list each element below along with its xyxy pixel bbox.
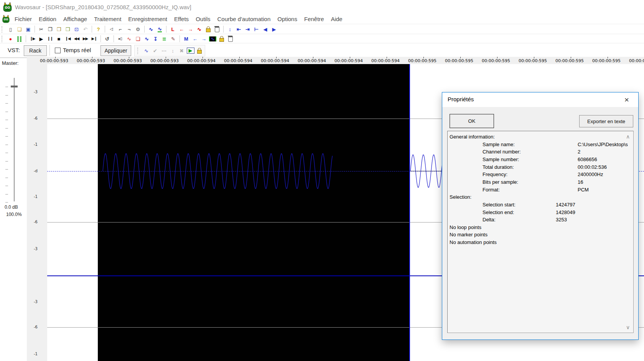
master-tick <box>5 161 8 162</box>
timeline-ruler[interactable]: 00:00:00:59300:00:00:59300:00:00:59300:0… <box>27 57 644 64</box>
document-app-icon[interactable] <box>2 15 10 23</box>
selection-edge-cursor[interactable] <box>409 64 410 361</box>
menu-effets[interactable]: Effets <box>171 15 192 23</box>
stop-icon[interactable]: ■ <box>54 35 63 43</box>
realtime-checkbox[interactable] <box>55 48 61 53</box>
normalize-icon[interactable]: ↧ <box>151 35 160 43</box>
prev-transient-icon[interactable]: ◀ <box>261 25 270 33</box>
marker-m-icon[interactable]: M <box>182 35 191 43</box>
vst-label: VST: <box>8 47 20 53</box>
text-report-icon[interactable]: ❏ <box>133 35 142 43</box>
master-volume-slider[interactable] <box>14 78 15 201</box>
menu-edition[interactable]: Edition <box>35 15 60 23</box>
zoom-wave-icon[interactable]: ∿ <box>147 25 155 33</box>
dialog-title-bar[interactable]: Propriétés × <box>442 92 638 107</box>
cut-icon[interactable]: ✂ <box>37 25 46 33</box>
zoom-sel-left-icon[interactable]: ⇤ <box>234 25 243 33</box>
preview-play-icon[interactable]: ▶ <box>186 46 195 55</box>
lock-icon[interactable] <box>204 25 212 33</box>
menu-outils[interactable]: Outils <box>192 15 214 23</box>
rewind-icon[interactable]: ◀◀ <box>72 35 81 43</box>
marker-right-icon[interactable]: → <box>186 25 195 33</box>
settings-wrench-icon[interactable]: ⚙ <box>133 25 142 33</box>
speaker-icon[interactable]: ◁: <box>107 25 116 33</box>
trash2-icon[interactable] <box>226 35 235 43</box>
timeline-tick <box>534 57 534 58</box>
new-file-icon[interactable]: ▯ <box>6 25 15 33</box>
export-text-button[interactable]: Exporter en texte <box>579 115 633 127</box>
play-icon[interactable]: ▶ <box>37 35 46 43</box>
connector-icon[interactable]: ¬ <box>125 25 133 33</box>
scroll-up-icon[interactable]: ∧ <box>623 134 633 140</box>
batch-list-icon[interactable]: ≣ <box>160 35 169 43</box>
loop-mode-icon[interactable]: ↺ <box>103 35 112 43</box>
toolbar-drag-handle[interactable] <box>2 26 4 33</box>
toolbar-drag-handle[interactable] <box>2 36 4 42</box>
menu-fen-tre[interactable]: Fenêtre <box>301 15 328 23</box>
pause-icon[interactable]: ❙❙ <box>46 35 54 43</box>
menu-aide[interactable]: Aide <box>328 15 346 23</box>
marker-left-icon[interactable]: ← <box>177 25 186 33</box>
forward-icon[interactable]: ▶▶ <box>81 35 90 43</box>
go-end-icon[interactable]: ▶❙ <box>90 35 99 43</box>
zoom-vertical-icon[interactable]: ↕ <box>226 25 234 33</box>
master-tick <box>5 194 8 195</box>
trash-icon[interactable] <box>212 25 221 33</box>
separator <box>223 26 224 33</box>
timeline-label: 00:00:00:594 <box>334 58 363 63</box>
paste-special-icon[interactable]: ❒ <box>63 25 72 33</box>
points-icon[interactable]: ⋯ <box>160 46 168 55</box>
lock3-icon[interactable] <box>195 46 204 55</box>
selection-region[interactable] <box>98 64 409 361</box>
lock2-icon[interactable] <box>217 35 226 43</box>
paste-icon[interactable]: ❒ <box>54 25 63 33</box>
ok-button[interactable]: OK <box>450 114 494 128</box>
trim-selection-icon[interactable]: ⊡ <box>72 25 81 33</box>
vst-rack-button[interactable]: Rack <box>24 45 47 56</box>
apply-button[interactable]: Appliquer <box>100 45 131 56</box>
marker-wave-icon[interactable]: ∿ <box>208 35 217 43</box>
menu-fichier[interactable]: Fichier <box>11 15 35 23</box>
close-icon[interactable]: × <box>621 94 632 105</box>
menu-options[interactable]: Options <box>274 15 301 23</box>
next-transient-icon[interactable]: ▶ <box>270 25 278 33</box>
properties-list: General information:Sample name:C:\Users… <box>447 131 634 333</box>
list-scrollbar[interactable]: ∧ ∨ <box>623 131 633 333</box>
menu-traitement[interactable]: Traitement <box>91 15 125 23</box>
toolbar-drag-handle[interactable] <box>137 48 140 54</box>
go-start-icon[interactable]: ❙◀ <box>63 35 72 43</box>
statistics-icon[interactable]: ∿ <box>125 35 133 43</box>
insert-file-icon[interactable]: ▸▯ <box>116 35 125 43</box>
marker-next-icon[interactable]: → <box>199 35 208 43</box>
automation-curve-icon[interactable]: ∿ <box>142 46 151 55</box>
apply-points-icon[interactable]: ✔ <box>151 46 160 55</box>
delete-points-icon[interactable]: ✖ <box>177 46 186 55</box>
master-panel: Master: 0.0 dB 100.0% <box>0 58 27 361</box>
insert-silence-icon[interactable]: ⌐ <box>116 25 125 33</box>
loop-start-icon[interactable]: L <box>168 25 177 33</box>
help-icon[interactable]: ? <box>94 25 103 33</box>
open-file-icon[interactable]: ❏ <box>15 25 24 33</box>
scroll-down-icon[interactable]: ∨ <box>623 324 633 330</box>
resample-icon[interactable]: ∿ <box>142 35 151 43</box>
zoom-sel-right-icon[interactable]: ⇥ <box>243 25 252 33</box>
copy-icon[interactable]: ❐ <box>46 25 54 33</box>
marker-prev-icon[interactable]: ← <box>191 35 199 43</box>
menu-affichage[interactable]: Affichage <box>60 15 91 23</box>
timeline-label: 00:00:00:595 <box>629 58 644 63</box>
separator <box>180 35 180 42</box>
wave-markers-icon[interactable]: ∿ <box>195 25 204 33</box>
save-icon[interactable]: ▣ <box>24 25 33 33</box>
scale-vertical-icon[interactable]: ↕ <box>168 46 177 55</box>
level-meter-icon[interactable] <box>15 35 24 43</box>
wave-selection-icon[interactable]: ∿ <box>155 25 164 33</box>
master-slider-handle[interactable] <box>11 86 18 87</box>
undo-icon[interactable]: ↶ <box>81 25 90 33</box>
record-icon[interactable]: ● <box>6 35 15 43</box>
zoom-marker-icon[interactable]: ⊢ <box>252 25 261 33</box>
menu-enregistrement[interactable]: Enregistrement <box>125 15 171 23</box>
pencil-icon[interactable]: ✎ <box>169 35 178 43</box>
play-from-cursor-icon[interactable]: ❙▶ <box>28 35 37 43</box>
vst-toolbar: VST: Rack Temps réel Appliquer ∿✔⋯↕✖▶ <box>0 43 644 58</box>
menu-courbe-d-automation[interactable]: Courbe d'automation <box>214 15 274 23</box>
